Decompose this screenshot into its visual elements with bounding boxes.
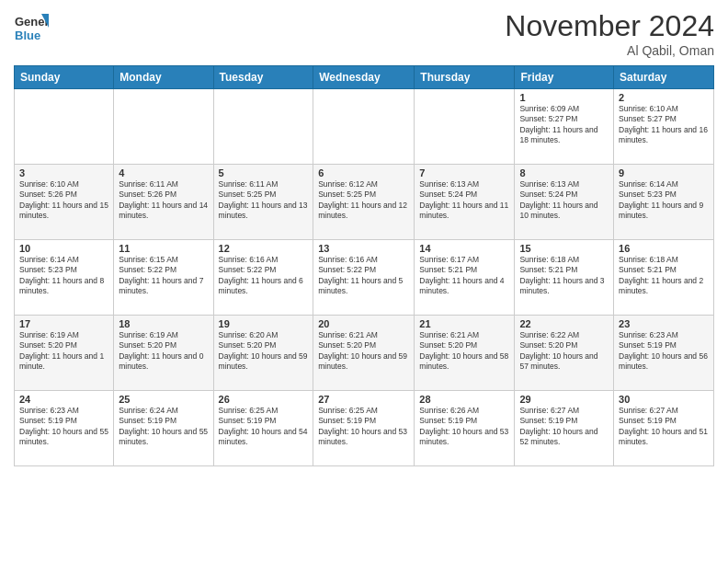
day-info: Sunrise: 6:21 AMSunset: 5:20 PMDaylight:… (419, 330, 509, 373)
day-number: 19 (219, 318, 309, 329)
day-number: 3 (19, 167, 108, 178)
day-info: Sunrise: 6:19 AMSunset: 5:20 PMDaylight:… (19, 330, 108, 373)
calendar-cell: 4Sunrise: 6:11 AMSunset: 5:26 PMDaylight… (114, 165, 213, 240)
title-block: November 2024 Al Qabil, Oman (505, 9, 714, 58)
day-info: Sunrise: 6:13 AMSunset: 5:24 PMDaylight:… (519, 179, 609, 222)
day-info: Sunrise: 6:10 AMSunset: 5:26 PMDaylight:… (19, 179, 108, 222)
day-number: 25 (119, 394, 208, 405)
calendar-cell: 10Sunrise: 6:14 AMSunset: 5:23 PMDayligh… (15, 240, 114, 316)
day-number: 4 (119, 167, 208, 178)
calendar-cell: 22Sunrise: 6:22 AMSunset: 5:20 PMDayligh… (515, 316, 614, 391)
day-info: Sunrise: 6:23 AMSunset: 5:19 PMDaylight:… (619, 330, 709, 373)
calendar-cell: 9Sunrise: 6:14 AMSunset: 5:23 PMDaylight… (614, 165, 714, 240)
day-number: 12 (219, 243, 309, 254)
calendar-cell: 1Sunrise: 6:09 AMSunset: 5:27 PMDaylight… (515, 89, 614, 165)
day-number: 14 (419, 243, 509, 254)
page: General Blue November 2024 Al Qabil, Oma… (0, 0, 728, 563)
day-info: Sunrise: 6:11 AMSunset: 5:25 PMDaylight:… (219, 179, 309, 222)
day-number: 17 (19, 318, 108, 329)
logo: General Blue (14, 9, 49, 48)
calendar-cell: 12Sunrise: 6:16 AMSunset: 5:22 PMDayligh… (213, 240, 313, 316)
day-info: Sunrise: 6:24 AMSunset: 5:19 PMDaylight:… (119, 406, 208, 448)
calendar-cell: 16Sunrise: 6:18 AMSunset: 5:21 PMDayligh… (614, 240, 714, 316)
day-info: Sunrise: 6:12 AMSunset: 5:25 PMDaylight:… (318, 179, 409, 222)
day-info: Sunrise: 6:19 AMSunset: 5:20 PMDaylight:… (119, 330, 208, 373)
calendar-cell: 17Sunrise: 6:19 AMSunset: 5:20 PMDayligh… (15, 316, 114, 391)
calendar-cell: 27Sunrise: 6:25 AMSunset: 5:19 PMDayligh… (313, 391, 415, 466)
svg-text:Blue: Blue (15, 29, 40, 42)
day-info: Sunrise: 6:27 AMSunset: 5:19 PMDaylight:… (619, 406, 709, 448)
calendar-cell: 18Sunrise: 6:19 AMSunset: 5:20 PMDayligh… (114, 316, 213, 391)
day-number: 10 (19, 243, 108, 254)
day-info: Sunrise: 6:21 AMSunset: 5:20 PMDaylight:… (318, 330, 409, 373)
calendar-week-1: 3Sunrise: 6:10 AMSunset: 5:26 PMDaylight… (15, 165, 714, 240)
day-number: 27 (318, 394, 409, 405)
day-number: 13 (318, 243, 409, 254)
day-info: Sunrise: 6:14 AMSunset: 5:23 PMDaylight:… (619, 179, 709, 222)
day-number: 9 (619, 167, 709, 178)
day-number: 29 (519, 394, 609, 405)
calendar-cell: 11Sunrise: 6:15 AMSunset: 5:22 PMDayligh… (114, 240, 213, 316)
day-number: 30 (619, 394, 709, 405)
calendar-cell: 8Sunrise: 6:13 AMSunset: 5:24 PMDaylight… (515, 165, 614, 240)
day-number: 8 (519, 167, 609, 178)
day-number: 2 (619, 92, 709, 103)
day-info: Sunrise: 6:11 AMSunset: 5:26 PMDaylight:… (119, 179, 208, 222)
calendar-cell: 3Sunrise: 6:10 AMSunset: 5:26 PMDaylight… (15, 165, 114, 240)
logo-icon: General Blue (14, 9, 49, 44)
header: General Blue November 2024 Al Qabil, Oma… (14, 9, 714, 58)
day-number: 20 (318, 318, 409, 329)
day-info: Sunrise: 6:25 AMSunset: 5:19 PMDaylight:… (318, 406, 409, 448)
day-number: 1 (519, 92, 609, 103)
day-number: 28 (419, 394, 509, 405)
calendar-cell: 14Sunrise: 6:17 AMSunset: 5:21 PMDayligh… (415, 240, 515, 316)
calendar-week-4: 24Sunrise: 6:23 AMSunset: 5:19 PMDayligh… (15, 391, 714, 466)
day-info: Sunrise: 6:18 AMSunset: 5:21 PMDaylight:… (519, 255, 609, 297)
day-number: 22 (519, 318, 609, 329)
calendar-cell (415, 89, 515, 165)
col-thursday: Thursday (415, 66, 515, 89)
month-title: November 2024 (505, 9, 714, 43)
col-sunday: Sunday (15, 66, 114, 89)
calendar-cell (213, 89, 313, 165)
col-monday: Monday (114, 66, 213, 89)
calendar: Sunday Monday Tuesday Wednesday Thursday… (14, 65, 714, 466)
day-info: Sunrise: 6:23 AMSunset: 5:19 PMDaylight:… (19, 406, 108, 448)
col-saturday: Saturday (614, 66, 714, 89)
day-number: 11 (119, 243, 208, 254)
calendar-cell: 6Sunrise: 6:12 AMSunset: 5:25 PMDaylight… (313, 165, 415, 240)
day-info: Sunrise: 6:25 AMSunset: 5:19 PMDaylight:… (219, 406, 309, 448)
day-info: Sunrise: 6:22 AMSunset: 5:20 PMDaylight:… (519, 330, 609, 373)
day-number: 5 (219, 167, 309, 178)
day-number: 26 (219, 394, 309, 405)
day-number: 24 (19, 394, 108, 405)
location: Al Qabil, Oman (505, 43, 714, 58)
day-info: Sunrise: 6:15 AMSunset: 5:22 PMDaylight:… (119, 255, 208, 297)
day-info: Sunrise: 6:13 AMSunset: 5:24 PMDaylight:… (419, 179, 509, 222)
day-number: 15 (519, 243, 609, 254)
day-number: 7 (419, 167, 509, 178)
calendar-cell: 5Sunrise: 6:11 AMSunset: 5:25 PMDaylight… (213, 165, 313, 240)
day-number: 23 (619, 318, 709, 329)
day-info: Sunrise: 6:10 AMSunset: 5:27 PMDaylight:… (619, 104, 709, 146)
day-info: Sunrise: 6:14 AMSunset: 5:23 PMDaylight:… (19, 255, 108, 297)
day-info: Sunrise: 6:09 AMSunset: 5:27 PMDaylight:… (519, 104, 609, 146)
day-info: Sunrise: 6:17 AMSunset: 5:21 PMDaylight:… (419, 255, 509, 297)
col-tuesday: Tuesday (213, 66, 313, 89)
day-info: Sunrise: 6:18 AMSunset: 5:21 PMDaylight:… (619, 255, 709, 297)
calendar-cell: 21Sunrise: 6:21 AMSunset: 5:20 PMDayligh… (415, 316, 515, 391)
calendar-cell: 25Sunrise: 6:24 AMSunset: 5:19 PMDayligh… (114, 391, 213, 466)
calendar-week-2: 10Sunrise: 6:14 AMSunset: 5:23 PMDayligh… (15, 240, 714, 316)
calendar-header-row: Sunday Monday Tuesday Wednesday Thursday… (15, 66, 714, 89)
day-number: 16 (619, 243, 709, 254)
calendar-cell: 19Sunrise: 6:20 AMSunset: 5:20 PMDayligh… (213, 316, 313, 391)
col-friday: Friday (515, 66, 614, 89)
day-number: 6 (318, 167, 409, 178)
day-number: 21 (419, 318, 509, 329)
calendar-week-0: 1Sunrise: 6:09 AMSunset: 5:27 PMDaylight… (15, 89, 714, 165)
day-info: Sunrise: 6:26 AMSunset: 5:19 PMDaylight:… (419, 406, 509, 448)
calendar-cell: 13Sunrise: 6:16 AMSunset: 5:22 PMDayligh… (313, 240, 415, 316)
calendar-cell: 26Sunrise: 6:25 AMSunset: 5:19 PMDayligh… (213, 391, 313, 466)
calendar-cell: 15Sunrise: 6:18 AMSunset: 5:21 PMDayligh… (515, 240, 614, 316)
day-number: 18 (119, 318, 208, 329)
